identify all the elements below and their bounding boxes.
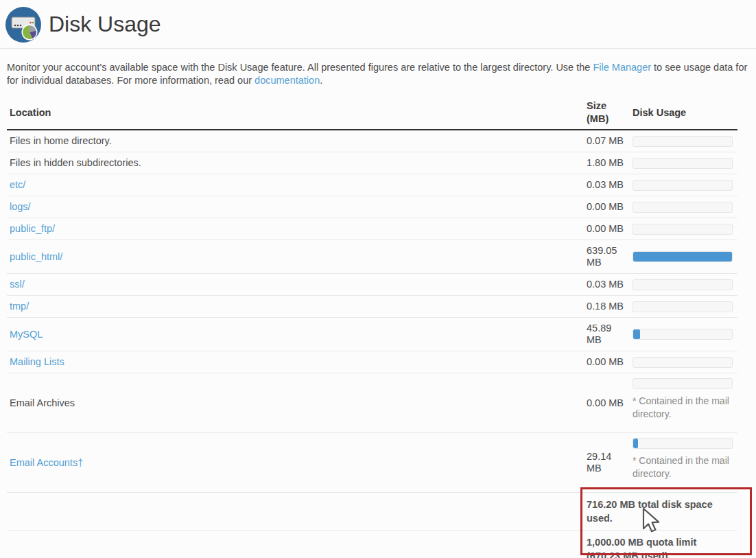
documentation-link[interactable]: documentation [255,75,320,86]
location-label: Email Archives [10,397,75,408]
table-row: public_ftp/0.00 MB [7,218,737,240]
location-label: Files in home directory. [10,135,112,146]
disk-usage-bar [633,438,733,449]
size-value: 639.05 MB [587,245,624,268]
intro-text-part: Monitor your account's available space w… [7,62,593,73]
location-link[interactable]: Mailing Lists [10,356,64,367]
disk-usage-bar [633,136,733,147]
table-row: MySQL45.89 MB [7,318,737,351]
page-header: Disk Usage [0,0,756,49]
total-disk-space-used-text: 716.20 MB total disk space used. [587,498,732,525]
table-row: Email Accounts†29.14 MB* Contained in th… [7,433,737,493]
disk-usage-bar-fill [633,329,640,339]
table-row: Email Archives0.00 MB* Contained in the … [7,373,737,433]
size-value: 45.89 MB [587,323,624,346]
location-link[interactable]: Email Accounts† [10,457,83,468]
table-row: Mailing Lists0.00 MB [7,351,737,373]
size-value: 0.03 MB [587,179,624,191]
location-link[interactable]: public_html/ [10,251,62,262]
location-link[interactable]: etc/ [10,179,25,190]
disk-usage-bar-fill [633,439,638,448]
table-row: logs/0.00 MB [7,196,737,218]
disk-usage-page: Disk Usage Monitor your account's availa… [0,0,756,558]
location-label: Files in hidden subdirectories. [10,157,141,168]
table-header: Location Size (MB) Disk Usage [7,96,737,130]
mail-directory-note: * Contained in the mail directory. [633,454,733,480]
location-link[interactable]: MySQL [10,329,43,340]
location-link[interactable]: public_ftp/ [10,223,55,234]
table-row: public_html/639.05 MB [7,240,737,274]
size-value: 0.00 MB [587,223,624,235]
disk-usage-bar [633,357,733,368]
summary-row: 716.20 MB total disk space used. [7,493,737,531]
size-value: 0.00 MB [587,397,624,409]
location-link[interactable]: tmp/ [10,301,29,312]
disk-usage-bar [633,202,733,213]
summary-row: 1,000.00 MB quota limit (670.23 MB used)… [7,531,737,558]
size-value: 0.18 MB [587,301,624,312]
size-value: 0.00 MB [587,356,624,368]
disk-usage-bar [633,301,733,312]
disk-usage-bar [633,378,733,389]
disk-usage-bar [633,329,733,340]
intro-text-part: for individual databases. For more infor… [7,75,255,86]
table-row: etc/0.03 MB [7,174,737,196]
quota-limit-text: 1,000.00 MB quota limit (670.23 MB used)… [587,535,732,558]
intro-text: Monitor your account's available space w… [7,61,756,87]
disk-usage-bar-fill [633,252,732,261]
table-row: tmp/0.18 MB [7,296,737,318]
summary-empty-cell [7,531,587,558]
mail-directory-note: * Contained in the mail directory. [633,395,733,421]
intro-text-part: to see usage data for [651,62,747,73]
disk-usage-bar [633,251,733,262]
disk-usage-bar [633,224,733,235]
size-value: 0.07 MB [587,135,624,147]
size-value: 0.03 MB [587,279,624,290]
table-row: Files in home directory.0.07 MB [7,130,737,152]
table-row: Files in hidden subdirectories.1.80 MB [7,152,737,174]
size-value: 1.80 MB [587,157,624,169]
table-row: ssl/0.03 MB [7,274,737,296]
size-value: 0.00 MB [587,201,624,213]
size-value: 29.14 MB [587,451,624,474]
file-manager-link[interactable]: File Manager [593,62,651,73]
disk-usage-bar [633,279,733,290]
summary-empty-cell [7,493,587,531]
disk-usage-bar [633,180,733,191]
page-title: Disk Usage [49,12,161,36]
disk-usage-table: Location Size (MB) Disk Usage Files in h… [7,96,737,558]
column-header-disk-usage: Disk Usage [633,96,737,130]
column-header-size-mb: Size (MB) [587,96,633,130]
column-header-location: Location [7,96,587,130]
disk-usage-bar [633,158,733,169]
disk-usage-icon [5,7,41,43]
intro-text-part: . [320,75,322,86]
location-link[interactable]: logs/ [10,201,31,212]
location-link[interactable]: ssl/ [10,279,25,290]
